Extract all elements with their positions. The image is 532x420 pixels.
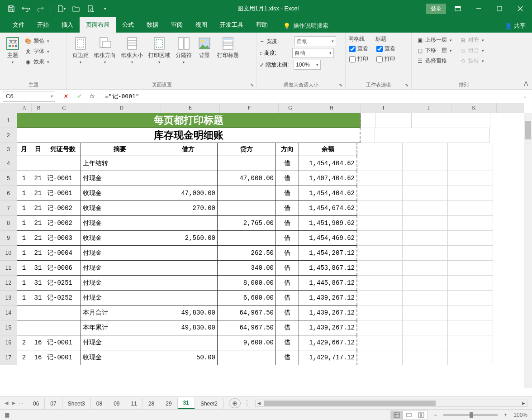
cell[interactable]: 借 (276, 350, 299, 365)
cell[interactable] (448, 320, 493, 335)
cell[interactable] (403, 276, 448, 291)
group-button[interactable]: ⧉组合 (457, 46, 486, 55)
cell[interactable]: 50.00 (159, 350, 218, 365)
ribbon-tab-7[interactable]: 视图 (189, 17, 214, 33)
cell[interactable] (217, 350, 276, 365)
ribbon-display-icon[interactable] (449, 2, 467, 15)
cell[interactable] (448, 201, 493, 216)
sheet-tab-06[interactable]: 06 (28, 398, 45, 409)
cell[interactable]: 9,600.00 (217, 335, 276, 350)
cell[interactable]: 记-0002 (45, 215, 81, 231)
formula-input[interactable] (102, 91, 523, 102)
cell[interactable]: 记-0251 (45, 275, 81, 291)
cell[interactable]: 1,454,404.62 (299, 156, 357, 171)
cell[interactable]: 借 (276, 186, 299, 201)
new-file-icon[interactable]: ▾ (57, 4, 66, 14)
sheet-options-launcher[interactable]: ⬊ (404, 81, 410, 88)
cell[interactable]: 1,454,469.62 (299, 230, 357, 246)
cell[interactable] (403, 305, 448, 320)
login-button[interactable]: 登录 (426, 4, 446, 14)
theme-effects-button[interactable]: ◉效果 (23, 57, 51, 67)
cell[interactable] (357, 186, 403, 201)
horizontal-scrollbar[interactable]: ◀ ▶ (255, 400, 527, 407)
cell[interactable]: 270.00 (159, 200, 218, 216)
cell[interactable] (17, 320, 31, 335)
cell[interactable]: 1 (17, 260, 31, 276)
cell[interactable]: 47,000.00 (217, 171, 276, 186)
sheet-tab-29[interactable]: 29 (160, 398, 177, 409)
zoom-slider[interactable] (443, 414, 498, 416)
cell[interactable]: 库存现金明细账 (17, 128, 361, 143)
cell[interactable]: 1 (17, 215, 31, 231)
cell[interactable]: 本年累计 (81, 320, 159, 335)
cell[interactable] (159, 245, 218, 261)
cell[interactable]: 31 (31, 290, 45, 305)
column-header-J[interactable]: J (406, 103, 451, 113)
column-header-H[interactable]: H (302, 103, 361, 113)
cell[interactable]: 借方 (159, 143, 218, 156)
sheet-nav-more[interactable]: … (19, 400, 23, 406)
gridlines-print-checkbox[interactable]: 打印 (348, 54, 369, 64)
cell[interactable] (375, 113, 412, 128)
height-combo[interactable]: 自动 (292, 48, 334, 58)
sheet-tab-31[interactable]: 31 (178, 397, 195, 409)
cell[interactable] (217, 230, 276, 246)
row-header[interactable]: 3 (0, 143, 17, 156)
sheet-tab-08[interactable]: 08 (91, 398, 108, 409)
cell[interactable]: 记-0001 (45, 335, 81, 350)
open-file-icon[interactable] (71, 4, 81, 14)
scale-launcher[interactable]: ⬊ (337, 81, 344, 88)
row-header[interactable]: 12 (0, 276, 17, 291)
cell[interactable]: 1,454,404.62 (299, 186, 357, 201)
tell-me-search[interactable]: 💡 操作说明搜索 (279, 19, 333, 33)
cell[interactable]: 借 (276, 171, 299, 186)
cell[interactable] (448, 291, 493, 305)
ribbon-tab-6[interactable]: 审阅 (165, 17, 189, 33)
cell[interactable] (357, 143, 403, 156)
cell[interactable] (448, 261, 493, 276)
cell[interactable]: 付现金 (81, 290, 159, 305)
cell[interactable]: 1 (17, 275, 31, 291)
cell[interactable] (159, 260, 218, 276)
cell[interactable] (357, 320, 403, 335)
cell[interactable] (17, 156, 31, 171)
cell[interactable]: 摘要 (81, 143, 159, 156)
cell[interactable]: 收现金 (81, 230, 159, 246)
sheet-nav-prev[interactable]: ◀ (5, 400, 8, 406)
cell[interactable] (403, 320, 448, 335)
sheet-tab-11[interactable]: 11 (125, 398, 142, 409)
column-header-B[interactable]: B (32, 103, 46, 113)
cell[interactable]: 16 (31, 350, 45, 365)
cell[interactable] (448, 350, 493, 365)
cell[interactable] (217, 186, 276, 201)
cell[interactable] (217, 156, 276, 171)
ribbon-tab-2[interactable]: 插入 (55, 17, 80, 33)
column-header-D[interactable]: D (82, 103, 161, 113)
cell[interactable]: 付现金 (81, 171, 159, 186)
cell[interactable]: 16 (31, 335, 45, 350)
row-header[interactable]: 1 (0, 113, 17, 128)
cell[interactable]: 记-0001 (45, 171, 81, 186)
cell[interactable]: 21 (31, 171, 45, 186)
ribbon-tab-9[interactable]: 帮助 (250, 17, 274, 33)
cell[interactable]: 1 (17, 290, 31, 305)
column-header-A[interactable]: A (17, 103, 32, 113)
cell[interactable] (403, 143, 448, 156)
page-break-view-button[interactable] (415, 410, 428, 420)
column-header-I[interactable]: I (361, 103, 406, 113)
record-macro-icon[interactable]: ▦ (5, 412, 10, 418)
row-header[interactable]: 2 (0, 128, 17, 143)
cell[interactable]: 借 (276, 200, 299, 216)
cell[interactable] (448, 335, 493, 350)
column-header-E[interactable]: E (161, 103, 220, 113)
cell[interactable] (357, 291, 403, 305)
row-header[interactable]: 17 (0, 350, 17, 365)
cell[interactable] (411, 128, 490, 143)
row-header[interactable]: 9 (0, 231, 17, 246)
sheet-tab-Sheet3[interactable]: Sheet3 (62, 398, 91, 409)
cell[interactable]: 1 (17, 186, 31, 201)
cell[interactable]: 本月合计 (81, 305, 159, 320)
cell[interactable] (159, 275, 218, 291)
cell[interactable]: 340.00 (217, 260, 276, 276)
page-layout-view-button[interactable] (403, 410, 415, 420)
